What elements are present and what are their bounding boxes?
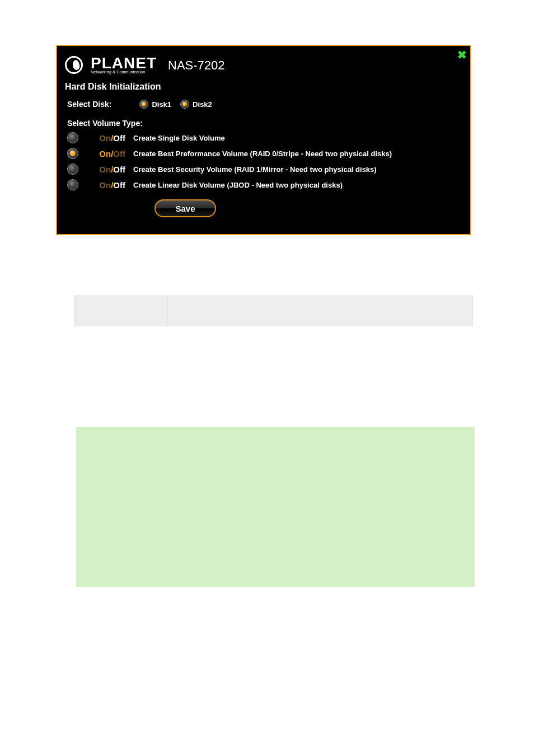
disk2-label: Disk2 [193, 100, 212, 109]
vt-onoff-raid0[interactable]: On/Off [86, 149, 125, 158]
vt-desc-jbod: Create Linear Disk Volume (JBOD - Need t… [133, 181, 343, 189]
vt-onoff-jbod[interactable]: On/Off [86, 180, 125, 190]
model-label: NAS-7202 [168, 58, 225, 73]
disk2-radio[interactable] [180, 100, 189, 109]
table-row [76, 295, 473, 326]
volume-type-label: Select Volume Type: [67, 119, 462, 128]
planet-logo-icon [65, 56, 83, 74]
logo-tagline: Networking & Communication [91, 70, 157, 74]
vt-radio-single[interactable] [67, 132, 78, 143]
vt-desc-single: Create Single Disk Volume [133, 134, 225, 142]
vt-radio-jbod[interactable] [67, 179, 78, 190]
close-icon[interactable]: ✖ [457, 49, 467, 60]
disk1-radio[interactable] [139, 100, 148, 109]
table-cell [168, 295, 473, 326]
vt-onoff-raid1[interactable]: On/Off [86, 165, 125, 174]
volume-type-row-single: On/Off Create Single Disk Volume [67, 132, 462, 143]
volume-type-row-jbod: On/Off Create Linear Disk Volume (JBOD -… [67, 179, 462, 190]
select-disk-label: Select Disk: [67, 100, 111, 109]
volume-type-row-raid1: On/Off Create Best Security Volume (RAID… [67, 164, 462, 175]
logo-name: PLANET [91, 56, 157, 70]
select-disk-row: Select Disk: Disk1 Disk2 [67, 100, 462, 109]
vt-desc-raid1: Create Best Security Volume (RAID 1/Mirr… [133, 165, 377, 174]
dialog-container: ✖ PLANET Networking & Communication NAS-… [56, 45, 471, 235]
save-button[interactable]: Save [154, 199, 216, 217]
doc-green-box [76, 427, 475, 587]
table-cell [76, 295, 168, 326]
dialog: ✖ PLANET Networking & Communication NAS-… [57, 46, 470, 234]
volume-type-row-raid0: On/Off Create Best Preformance Volume (R… [67, 148, 462, 159]
logo-text: PLANET Networking & Communication [91, 56, 157, 74]
vt-radio-raid0[interactable] [67, 148, 78, 159]
disk1-label: Disk1 [152, 100, 171, 109]
disk-checks: Disk1 Disk2 [139, 100, 217, 109]
doc-table [74, 295, 473, 326]
vt-desc-raid0: Create Best Preformance Volume (RAID 0/S… [133, 150, 392, 158]
vt-onoff-single[interactable]: On/Off [86, 133, 125, 143]
vt-radio-raid1[interactable] [67, 164, 78, 175]
logo-row: PLANET Networking & Communication NAS-72… [65, 56, 462, 74]
page-title: Hard Disk Initialization [65, 82, 462, 92]
